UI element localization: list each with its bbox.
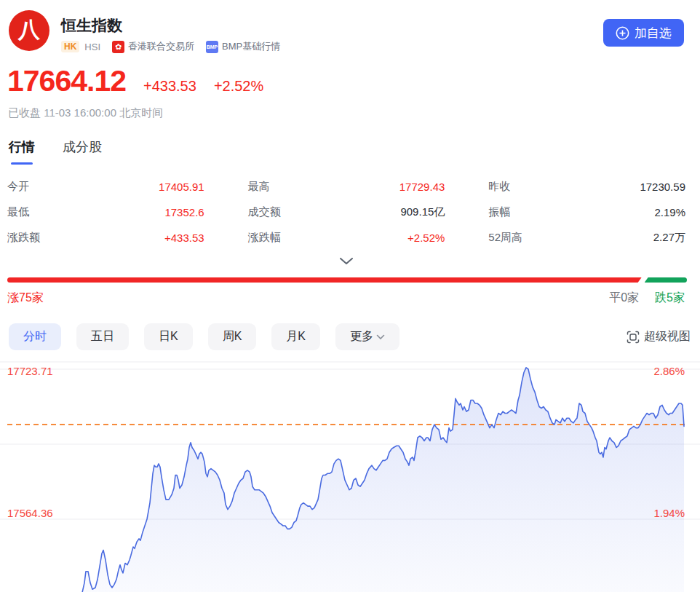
stat-value: 909.15亿 — [400, 205, 445, 219]
breadth-bar-up-segment — [7, 277, 642, 283]
period-tab-label: 日K — [159, 329, 178, 344]
breadth-flat-count: 平0家 — [609, 291, 639, 306]
price-change: +433.53 — [143, 78, 196, 95]
period-tab-5[interactable]: 月K — [271, 323, 320, 350]
hang-seng-logo-glyph: 八 — [18, 19, 40, 41]
market-badge: HK — [61, 41, 79, 52]
super-view-icon — [627, 331, 640, 344]
stat-cell: 最低17352.6 — [7, 205, 204, 220]
intraday-chart-svg — [0, 361, 700, 592]
period-tab-2[interactable]: 五日 — [76, 323, 129, 350]
super-view-label: 超级视图 — [644, 329, 691, 344]
stat-value: 17729.43 — [399, 181, 445, 193]
index-title: 恒生指数 — [61, 15, 122, 36]
expand-stats-button[interactable] — [336, 256, 357, 269]
stat-value: 17230.59 — [640, 181, 685, 193]
price-row: 17664.12 +433.53 +2.52% — [7, 64, 263, 98]
chart-low-pct-label: 1.94% — [653, 507, 685, 519]
stat-value: 2.27万 — [653, 231, 685, 245]
stat-label: 昨收 — [488, 180, 510, 194]
current-price: 17664.12 — [7, 64, 126, 98]
chart-high-price-label: 17723.71 — [7, 365, 53, 377]
price-area-fill — [82, 368, 684, 592]
chart-period-tabs: 分时五日日K周K月K更多 — [9, 323, 415, 350]
bmp-icon: BMP — [206, 41, 218, 53]
stat-cell: 成交额909.15亿 — [248, 205, 445, 220]
period-tab-4[interactable]: 周K — [208, 323, 257, 350]
stat-value: 2.19% — [654, 206, 685, 218]
index-code: HSI — [84, 42, 100, 52]
stat-label: 振幅 — [488, 205, 510, 219]
stats-grid: 今开17405.91最高17729.43昨收17230.59最低17352.6成… — [7, 179, 685, 245]
main-tabs: 行情 成分股 — [9, 138, 130, 165]
stat-label: 涨跌额 — [7, 231, 40, 245]
stat-label: 涨跌幅 — [248, 231, 281, 245]
plus-circle-icon — [616, 26, 629, 40]
stat-label: 最低 — [7, 205, 29, 219]
stat-label: 最高 — [248, 180, 270, 194]
stat-label: 今开 — [7, 180, 29, 194]
breadth-counts: 涨75家 平0家 跌5家 — [7, 291, 685, 306]
active-tab-underline — [11, 162, 33, 165]
intraday-chart[interactable]: 17723.71 2.86% 17564.36 1.94% — [0, 361, 700, 592]
chevron-down-icon — [338, 256, 354, 267]
quote-level-name: BMP基础行情 — [222, 40, 280, 53]
stat-value: 17352.6 — [164, 206, 204, 218]
period-tab-3[interactable]: 日K — [144, 323, 193, 350]
breadth-bar — [7, 277, 687, 283]
period-tab-label: 周K — [223, 329, 242, 344]
stat-value: +433.53 — [164, 232, 204, 244]
stat-cell: 今开17405.91 — [7, 179, 204, 194]
breadth-up-count: 涨75家 — [7, 291, 44, 306]
stat-cell: 振幅2.19% — [488, 205, 685, 220]
period-tab-label: 分时 — [23, 329, 47, 344]
chart-low-price-label: 17564.36 — [7, 507, 53, 519]
stat-cell: 涨跌幅+2.52% — [248, 230, 445, 245]
stat-label: 成交额 — [248, 205, 281, 219]
exchange-name: 香港联合交易所 — [128, 40, 194, 53]
hk-flag-icon: ✿ — [112, 41, 124, 53]
period-tab-label: 五日 — [91, 329, 114, 344]
chart-high-pct-label: 2.86% — [653, 365, 685, 377]
period-tab-6[interactable]: 更多 — [335, 323, 399, 350]
stat-value: +2.52% — [407, 232, 445, 244]
stat-cell: 最高17729.43 — [248, 179, 445, 194]
add-watchlist-label: 加自选 — [635, 25, 672, 42]
tab-quotes[interactable]: 行情 — [9, 138, 35, 165]
stat-cell: 52周高2.27万 — [488, 230, 685, 245]
super-view-button[interactable]: 超级视图 — [627, 329, 691, 344]
period-tab-label: 更多 — [350, 329, 373, 344]
market-status: 已收盘 11-03 16:00:00 北京时间 — [8, 106, 163, 120]
price-change-percent: +2.52% — [214, 78, 263, 95]
period-tab-1[interactable]: 分时 — [9, 323, 61, 350]
breadth-down-count: 跌5家 — [655, 291, 685, 306]
tab-constituents[interactable]: 成分股 — [63, 138, 102, 165]
stat-label: 52周高 — [488, 231, 522, 245]
app-logo: 八 — [9, 10, 49, 51]
stat-value: 17405.91 — [159, 181, 204, 193]
index-subrow: HK HSI ✿ 香港联合交易所 BMP BMP基础行情 — [61, 40, 292, 53]
breadth-bar-down-segment — [645, 277, 687, 283]
stat-cell: 昨收17230.59 — [488, 179, 685, 194]
add-watchlist-button[interactable]: 加自选 — [603, 19, 684, 47]
tab-quotes-label: 行情 — [9, 140, 35, 154]
period-tab-label: 月K — [286, 329, 306, 344]
tab-constituents-label: 成分股 — [63, 140, 102, 154]
stat-cell: 涨跌额+433.53 — [7, 230, 204, 245]
dropdown-chevron-icon — [376, 334, 385, 340]
